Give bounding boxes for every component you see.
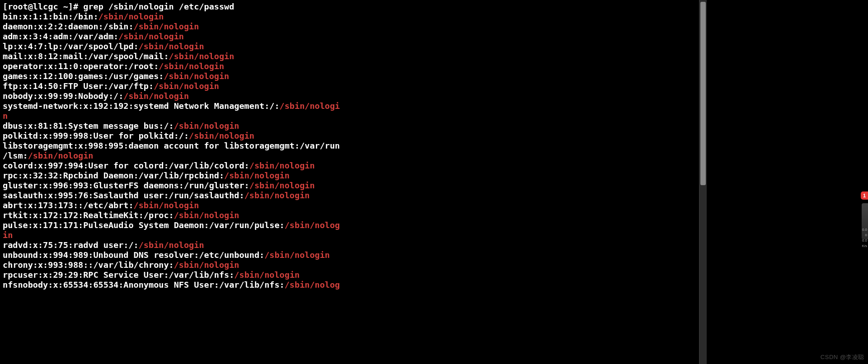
grep-match: /sbin/nologin	[264, 250, 330, 260]
grep-match: /sbin/nologin	[169, 51, 235, 61]
grep-match: /sbin/nologin	[99, 12, 164, 21]
output-line: pulse:x:171:171:PulseAudio System Daemon…	[3, 220, 340, 230]
metric-label: 0	[856, 233, 867, 238]
output-line: n	[3, 111, 8, 121]
output-line: bin:x:1:1:bin:/bin:/sbin/nologin	[3, 12, 164, 21]
scrollbar-thumb[interactable]	[700, 2, 706, 185]
output-line: mail:x:8:12:mail:/var/spool/mail:/sbin/n…	[3, 51, 234, 61]
output-line: chrony:x:993:988::/var/lib/chrony:/sbin/…	[3, 260, 239, 270]
output-line: nfsnobody:x:65534:65534:Anonymous NFS Us…	[3, 280, 340, 289]
output-line: rpc:x:32:32:Rpcbind Daemon:/var/lib/rpcb…	[3, 171, 290, 180]
grep-match: /sbin/nologin	[164, 71, 229, 81]
output-line: saslauth:x:995:76:Saslauthd user:/run/sa…	[3, 191, 310, 200]
grep-match: /sbin/nologin	[174, 260, 239, 270]
grep-match: /sbin/nologi	[280, 101, 340, 111]
notification-badge[interactable]: 1	[861, 191, 868, 200]
side-panel: 1 0.0 0 0.0 K/s	[707, 0, 868, 364]
output-line: nobody:x:99:99:Nobody:/:/sbin/nologin	[3, 91, 189, 101]
grep-match: /sbin/nologin	[174, 121, 239, 131]
grep-match: /sbin/nologin	[224, 171, 290, 180]
output-line: systemd-network:x:192:192:systemd Networ…	[3, 101, 340, 111]
grep-match: /sbin/nolog	[285, 280, 340, 289]
watermark: CSDN @李凌聪	[821, 353, 864, 361]
grep-match: /sbin/nologin	[249, 161, 315, 170]
metric-label: 0.0	[856, 238, 867, 243]
output-line: gluster:x:996:993:GlusterFS daemons:/run…	[3, 181, 315, 190]
output-line: in	[3, 230, 13, 240]
metric-label: K/s	[856, 244, 867, 248]
terminal-output[interactable]: [root@llcgc ~]# grep /sbin/nologin /etc/…	[0, 0, 694, 364]
grep-match: /sbin/nologin	[134, 201, 199, 210]
grep-match: /sbin/nologin	[244, 191, 310, 200]
output-line: daemon:x:2:2:daemon:/sbin:/sbin/nologin	[3, 22, 199, 31]
output-line: /lsm:/sbin/nologin	[3, 151, 94, 160]
output-line: libstoragemgmt:x:998:995:daemon account …	[3, 141, 340, 150]
grep-match: /sbin/nologin	[189, 131, 254, 140]
output-line: ftp:x:14:50:FTP User:/var/ftp:/sbin/nolo…	[3, 81, 219, 91]
grep-match: /sbin/nolog	[285, 220, 340, 230]
grep-match: /sbin/nologin	[118, 32, 184, 41]
grep-match: n	[3, 111, 8, 121]
output-line: dbus:x:81:81:System message bus:/:/sbin/…	[3, 121, 239, 131]
output-line: colord:x:997:994:User for colord:/var/li…	[3, 161, 315, 170]
shell-prompt: [root@llcgc ~]#	[3, 2, 83, 11]
grep-match: /sbin/nologin	[28, 151, 94, 160]
shell-command: grep /sbin/nologin /etc/passwd	[83, 2, 234, 11]
grep-match: /sbin/nologin	[174, 210, 239, 220]
output-line: unbound:x:994:989:Unbound DNS resolver:/…	[3, 250, 330, 260]
terminal-scrollbar[interactable]	[699, 0, 707, 364]
output-line: operator:x:11:0:operator:/root:/sbin/nol…	[3, 61, 224, 71]
output-line: radvd:x:75:75:radvd user:/:/sbin/nologin	[3, 240, 204, 250]
grep-match: /sbin/nologin	[234, 270, 300, 280]
grep-match: /sbin/nologin	[139, 42, 204, 51]
output-line: rtkit:x:172:172:RealtimeKit:/proc:/sbin/…	[3, 210, 239, 220]
grep-match: /sbin/nologin	[139, 240, 204, 250]
output-line: games:x:12:100:games:/usr/games:/sbin/no…	[3, 71, 229, 81]
grep-match: /sbin/nologin	[154, 81, 219, 91]
output-line: abrt:x:173:173::/etc/abrt:/sbin/nologin	[3, 201, 199, 210]
grep-match: /sbin/nologin	[123, 91, 189, 101]
output-line: rpcuser:x:29:29:RPC Service User:/var/li…	[3, 270, 300, 280]
grep-match: /sbin/nologin	[134, 22, 199, 31]
output-line: polkitd:x:999:998:User for polkitd:/:/sb…	[3, 131, 254, 140]
grep-match: in	[3, 230, 13, 240]
output-line: adm:x:3:4:adm:/var/adm:/sbin/nologin	[3, 32, 184, 41]
grep-match: /sbin/nologin	[159, 61, 224, 71]
output-line: lp:x:4:7:lp:/var/spool/lpd:/sbin/nologin	[3, 42, 204, 51]
grep-match: /sbin/nologin	[249, 181, 315, 190]
metric-label: 0.0	[856, 228, 867, 232]
